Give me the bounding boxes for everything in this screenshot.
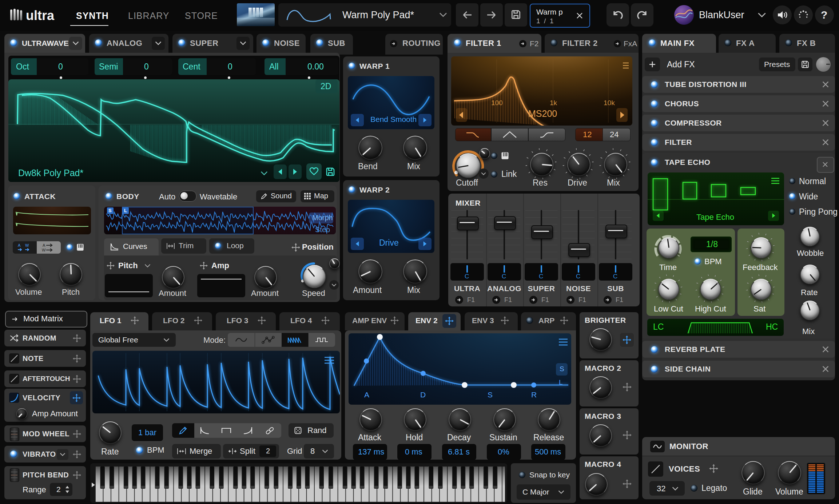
- svg-text:D: D: [420, 390, 426, 399]
- svg-text:A: A: [43, 243, 45, 247]
- svg-text:W: W: [25, 243, 29, 247]
- svg-text:A: A: [18, 243, 21, 247]
- svg-text:W: W: [42, 248, 46, 252]
- svg-text:MS200: MS200: [528, 108, 557, 119]
- svg-text:A: A: [364, 390, 369, 399]
- svg-text:100: 100: [491, 99, 503, 107]
- svg-text:10k: 10k: [604, 99, 615, 107]
- svg-text:1k: 1k: [550, 99, 557, 107]
- svg-text:S: S: [488, 390, 493, 399]
- svg-text:R: R: [531, 390, 537, 399]
